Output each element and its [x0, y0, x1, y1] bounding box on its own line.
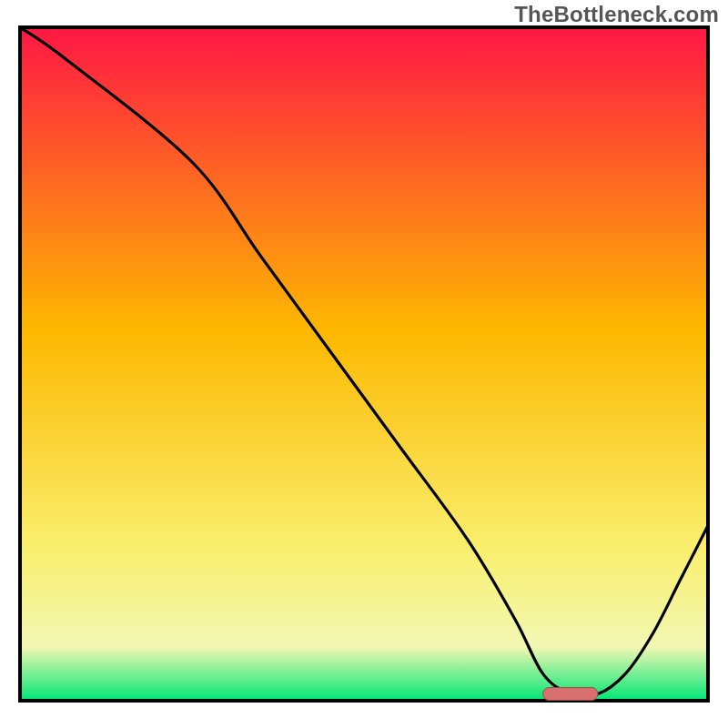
plot-background — [20, 27, 708, 701]
chart-container: TheBottleneck.com — [0, 0, 728, 728]
chart-svg — [0, 0, 728, 728]
optimum-marker — [543, 688, 598, 701]
